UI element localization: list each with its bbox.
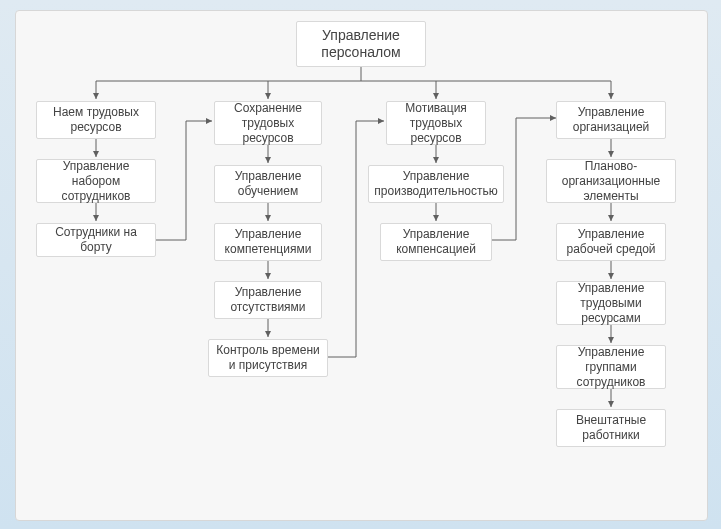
node-employee-groups: Управление группами сотрудников bbox=[556, 345, 666, 389]
node-work-environment: Управление рабочей средой bbox=[556, 223, 666, 261]
node-onboard-employees: Сотрудники на борту bbox=[36, 223, 156, 257]
node-performance-management: Управление производительностью bbox=[368, 165, 504, 203]
node-compensation-management: Управление компенсацией bbox=[380, 223, 492, 261]
node-labor-resources: Управление трудовыми ресурсами bbox=[556, 281, 666, 325]
diagram-panel: Управление персоналом Наем трудовых ресу… bbox=[15, 10, 708, 521]
node-retain-resources: Сохранение трудовых ресурсов bbox=[214, 101, 322, 145]
node-external-workers: Внештатные работники bbox=[556, 409, 666, 447]
node-absence-management: Управление отсутствиями bbox=[214, 281, 322, 319]
node-org-management: Управление организацией bbox=[556, 101, 666, 139]
node-root: Управление персоналом bbox=[296, 21, 426, 67]
node-recruitment-management: Управление набором сотрудников bbox=[36, 159, 156, 203]
node-hiring-resources: Наем трудовых ресурсов bbox=[36, 101, 156, 139]
node-motivation: Мотивация трудовых ресурсов bbox=[386, 101, 486, 145]
node-planning-org-elements: Планово-организационные элементы bbox=[546, 159, 676, 203]
node-competency-management: Управление компетенциями bbox=[214, 223, 322, 261]
node-time-attendance: Контроль времени и присутствия bbox=[208, 339, 328, 377]
node-training-management: Управление обучением bbox=[214, 165, 322, 203]
